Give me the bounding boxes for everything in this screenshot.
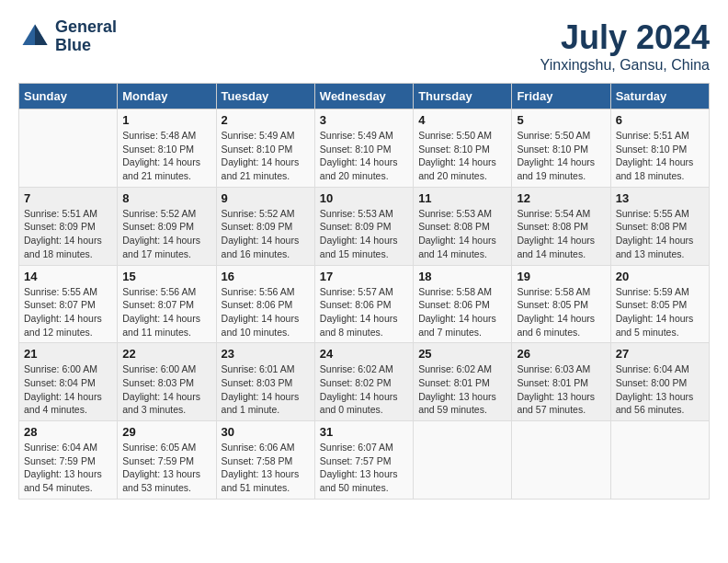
day-info: Sunrise: 6:05 AM Sunset: 7:59 PM Dayligh… [122, 441, 210, 495]
day-info: Sunrise: 6:00 AM Sunset: 8:04 PM Dayligh… [24, 362, 112, 417]
day-number: 28 [24, 425, 112, 439]
calendar-cell: 4Sunrise: 5:50 AM Sunset: 8:10 PM Daylig… [414, 109, 512, 188]
day-number: 15 [122, 270, 210, 283]
calendar-cell [19, 109, 118, 188]
weekday-header-thursday: Thursday [414, 84, 512, 109]
day-info: Sunrise: 5:56 AM Sunset: 8:06 PM Dayligh… [222, 285, 310, 339]
calendar-cell: 31Sunrise: 6:07 AM Sunset: 7:57 PM Dayli… [314, 421, 413, 500]
calendar-cell: 24Sunrise: 6:02 AM Sunset: 8:02 PM Dayli… [314, 343, 413, 421]
day-number: 3 [320, 113, 408, 127]
day-number: 20 [616, 270, 704, 283]
weekday-header-saturday: Saturday [610, 84, 709, 109]
calendar-cell: 15Sunrise: 5:56 AM Sunset: 8:07 PM Dayli… [118, 265, 216, 343]
day-number: 21 [24, 347, 112, 361]
month-title: July 2024 [540, 18, 710, 57]
calendar-cell: 3Sunrise: 5:49 AM Sunset: 8:10 PM Daylig… [314, 109, 413, 188]
day-number: 27 [616, 347, 704, 361]
day-number: 8 [122, 191, 210, 205]
day-info: Sunrise: 6:01 AM Sunset: 8:03 PM Dayligh… [222, 362, 310, 417]
calendar-cell: 22Sunrise: 6:00 AM Sunset: 8:03 PM Dayli… [118, 343, 216, 421]
day-info: Sunrise: 6:04 AM Sunset: 7:59 PM Dayligh… [24, 441, 112, 495]
calendar-cell: 27Sunrise: 6:04 AM Sunset: 8:00 PM Dayli… [610, 343, 709, 421]
calendar-cell: 2Sunrise: 5:49 AM Sunset: 8:10 PM Daylig… [216, 109, 314, 188]
day-info: Sunrise: 5:50 AM Sunset: 8:10 PM Dayligh… [517, 129, 605, 183]
day-number: 12 [517, 191, 605, 205]
calendar-cell: 28Sunrise: 6:04 AM Sunset: 7:59 PM Dayli… [19, 421, 118, 500]
calendar-cell: 21Sunrise: 6:00 AM Sunset: 8:04 PM Dayli… [19, 343, 118, 421]
day-info: Sunrise: 5:55 AM Sunset: 8:08 PM Dayligh… [616, 207, 704, 261]
day-info: Sunrise: 5:52 AM Sunset: 8:09 PM Dayligh… [122, 207, 210, 261]
day-info: Sunrise: 5:58 AM Sunset: 8:06 PM Dayligh… [418, 285, 506, 339]
calendar-cell: 30Sunrise: 6:06 AM Sunset: 7:58 PM Dayli… [216, 421, 314, 500]
calendar-week-row: 28Sunrise: 6:04 AM Sunset: 7:59 PM Dayli… [19, 421, 710, 500]
calendar-cell: 20Sunrise: 5:59 AM Sunset: 8:05 PM Dayli… [610, 265, 709, 343]
day-info: Sunrise: 5:49 AM Sunset: 8:10 PM Dayligh… [320, 129, 408, 183]
day-info: Sunrise: 5:51 AM Sunset: 8:09 PM Dayligh… [24, 207, 112, 261]
calendar-cell: 8Sunrise: 5:52 AM Sunset: 8:09 PM Daylig… [118, 187, 216, 265]
calendar-cell: 9Sunrise: 5:52 AM Sunset: 8:09 PM Daylig… [216, 187, 314, 265]
day-number: 5 [517, 113, 605, 127]
day-info: Sunrise: 6:03 AM Sunset: 8:01 PM Dayligh… [517, 362, 605, 417]
calendar-cell: 14Sunrise: 5:55 AM Sunset: 8:07 PM Dayli… [19, 265, 118, 343]
calendar-cell: 23Sunrise: 6:01 AM Sunset: 8:03 PM Dayli… [216, 343, 314, 421]
day-number: 4 [418, 113, 506, 127]
title-block: July 2024 Yinxingshu, Gansu, China [540, 18, 710, 74]
logo-text: General Blue [55, 18, 117, 55]
day-number: 11 [418, 191, 506, 205]
calendar-cell: 16Sunrise: 5:56 AM Sunset: 8:06 PM Dayli… [216, 265, 314, 343]
day-info: Sunrise: 6:02 AM Sunset: 8:02 PM Dayligh… [320, 362, 408, 417]
calendar-cell: 1Sunrise: 5:48 AM Sunset: 8:10 PM Daylig… [118, 109, 216, 188]
day-number: 16 [222, 270, 310, 283]
day-info: Sunrise: 6:00 AM Sunset: 8:03 PM Dayligh… [122, 362, 210, 417]
day-number: 1 [122, 113, 210, 127]
day-number: 31 [320, 425, 408, 439]
calendar-cell: 26Sunrise: 6:03 AM Sunset: 8:01 PM Dayli… [512, 343, 610, 421]
calendar-week-row: 1Sunrise: 5:48 AM Sunset: 8:10 PM Daylig… [19, 109, 710, 188]
day-info: Sunrise: 6:06 AM Sunset: 7:58 PM Dayligh… [222, 441, 310, 495]
calendar-cell: 17Sunrise: 5:57 AM Sunset: 8:06 PM Dayli… [314, 265, 413, 343]
day-number: 2 [222, 113, 310, 127]
day-info: Sunrise: 6:04 AM Sunset: 8:00 PM Dayligh… [616, 362, 704, 417]
calendar-week-row: 14Sunrise: 5:55 AM Sunset: 8:07 PM Dayli… [19, 265, 710, 343]
day-number: 30 [222, 425, 310, 439]
day-number: 9 [222, 191, 310, 205]
day-info: Sunrise: 6:07 AM Sunset: 7:57 PM Dayligh… [320, 441, 408, 495]
day-number: 6 [616, 113, 704, 127]
day-number: 13 [616, 191, 704, 205]
calendar-week-row: 7Sunrise: 5:51 AM Sunset: 8:09 PM Daylig… [19, 187, 710, 265]
day-info: Sunrise: 5:49 AM Sunset: 8:10 PM Dayligh… [222, 129, 310, 183]
page-header: General Blue July 2024 Yinxingshu, Gansu… [18, 18, 710, 74]
location-title: Yinxingshu, Gansu, China [540, 57, 710, 74]
day-number: 25 [418, 347, 506, 361]
day-number: 10 [320, 191, 408, 205]
weekday-header-wednesday: Wednesday [314, 84, 413, 109]
calendar-cell: 5Sunrise: 5:50 AM Sunset: 8:10 PM Daylig… [512, 109, 610, 188]
weekday-header-monday: Monday [118, 84, 216, 109]
calendar-cell: 10Sunrise: 5:53 AM Sunset: 8:09 PM Dayli… [314, 187, 413, 265]
day-info: Sunrise: 5:58 AM Sunset: 8:05 PM Dayligh… [517, 285, 605, 339]
day-number: 22 [122, 347, 210, 361]
day-info: Sunrise: 6:02 AM Sunset: 8:01 PM Dayligh… [418, 362, 506, 417]
day-number: 23 [222, 347, 310, 361]
day-number: 7 [24, 191, 112, 205]
calendar-cell: 25Sunrise: 6:02 AM Sunset: 8:01 PM Dayli… [414, 343, 512, 421]
day-number: 18 [418, 270, 506, 283]
day-info: Sunrise: 5:59 AM Sunset: 8:05 PM Dayligh… [616, 285, 704, 339]
day-info: Sunrise: 5:53 AM Sunset: 8:08 PM Dayligh… [418, 207, 506, 261]
day-info: Sunrise: 5:50 AM Sunset: 8:10 PM Dayligh… [418, 129, 506, 183]
calendar-cell: 6Sunrise: 5:51 AM Sunset: 8:10 PM Daylig… [610, 109, 709, 188]
day-info: Sunrise: 5:54 AM Sunset: 8:08 PM Dayligh… [517, 207, 605, 261]
day-info: Sunrise: 5:52 AM Sunset: 8:09 PM Dayligh… [222, 207, 310, 261]
day-number: 17 [320, 270, 408, 283]
weekday-header-sunday: Sunday [19, 84, 118, 109]
day-info: Sunrise: 5:53 AM Sunset: 8:09 PM Dayligh… [320, 207, 408, 261]
logo: General Blue [18, 18, 117, 55]
logo-icon [18, 20, 51, 53]
day-number: 19 [517, 270, 605, 283]
calendar-week-row: 21Sunrise: 6:00 AM Sunset: 8:04 PM Dayli… [19, 343, 710, 421]
day-number: 24 [320, 347, 408, 361]
day-info: Sunrise: 5:51 AM Sunset: 8:10 PM Dayligh… [616, 129, 704, 183]
calendar-cell: 7Sunrise: 5:51 AM Sunset: 8:09 PM Daylig… [19, 187, 118, 265]
calendar-table: SundayMondayTuesdayWednesdayThursdayFrid… [18, 83, 710, 500]
calendar-cell [610, 421, 709, 500]
